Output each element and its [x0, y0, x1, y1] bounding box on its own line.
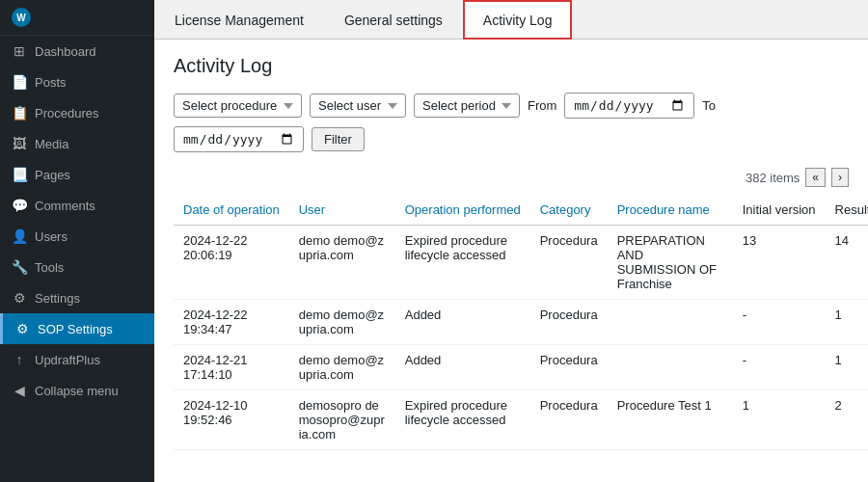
tab-activity-log[interactable]: Activity Log — [463, 0, 573, 40]
sidebar-item-label: Comments — [35, 199, 95, 213]
dashboard-icon: ⊞ — [12, 43, 27, 59]
header-operation[interactable]: Operation performed — [395, 195, 530, 226]
filter-bar: Select procedure Select user Select peri… — [174, 93, 849, 152]
sidebar-item-dashboard[interactable]: ⊞ Dashboard — [0, 36, 154, 67]
sidebar-item-updraftplus[interactable]: ↑ UpdraftPlus — [0, 344, 154, 375]
cell-initial-0: 13 — [733, 226, 826, 300]
sidebar-item-label: Users — [35, 229, 68, 244]
cell-resulting-1: 1 — [826, 300, 868, 345]
settings-icon: ⚙ — [12, 290, 27, 306]
tab-general-settings[interactable]: General settings — [324, 0, 463, 40]
sidebar-item-comments[interactable]: 💬 Comments — [0, 190, 154, 221]
to-label: To — [702, 98, 716, 113]
from-date-input[interactable] — [564, 93, 694, 119]
header-resulting-version: Resulting version — [826, 195, 868, 226]
procedures-icon: 📋 — [12, 105, 27, 120]
sidebar-item-label: SOP Settings — [38, 322, 113, 336]
sidebar-item-sop-settings[interactable]: ⚙ SOP Settings — [0, 313, 154, 344]
cell-operation-2: Added — [395, 345, 530, 390]
sidebar-item-label: Collapse menu — [35, 384, 119, 398]
cell-initial-2: - — [733, 345, 826, 390]
cell-initial-1: - — [733, 300, 826, 345]
header-initial-version: Initial version — [733, 195, 826, 226]
media-icon: 🖼 — [12, 136, 27, 151]
cell-procedure-0: PREPARATION AND SUBMISSION OF Franchise — [608, 226, 733, 300]
cell-date-3: 2024-12-10 19:52:46 — [174, 390, 289, 450]
cell-user-2: demo demo@zupria.com — [289, 345, 395, 390]
comments-icon: 💬 — [12, 198, 27, 213]
tools-icon: 🔧 — [12, 259, 27, 275]
sidebar-item-tools[interactable]: 🔧 Tools — [0, 252, 154, 282]
sidebar: W ⊞ Dashboard 📄 Posts 📋 Procedures 🖼 Med… — [0, 0, 154, 482]
procedure-select[interactable]: Select procedure — [174, 94, 302, 118]
to-date-input[interactable] — [174, 126, 304, 152]
cell-procedure-3: Procedure Test 1 — [608, 390, 733, 450]
cell-operation-1: Added — [395, 300, 530, 345]
table-header-row: Date of operation User Operation perform… — [174, 195, 868, 226]
cell-category-1: Procedura — [530, 300, 608, 345]
updraftplus-icon: ↑ — [12, 352, 27, 367]
posts-icon: 📄 — [12, 74, 27, 90]
sidebar-item-procedures[interactable]: 📋 Procedures — [0, 97, 154, 128]
page-title: Activity Log — [174, 55, 849, 77]
sidebar-item-users[interactable]: 👤 Users — [0, 221, 154, 252]
header-user[interactable]: User — [289, 195, 395, 226]
tab-bar: License Management General settings Acti… — [154, 0, 868, 40]
cell-date-2: 2024-12-21 17:14:10 — [174, 345, 289, 390]
cell-category-3: Procedura — [530, 390, 608, 450]
collapse-icon: ◀ — [12, 383, 27, 398]
sidebar-item-label: Procedures — [35, 106, 98, 120]
header-category[interactable]: Category — [530, 195, 608, 226]
cell-user-1: demo demo@zupria.com — [289, 300, 395, 345]
sidebar-item-label: UpdraftPlus — [35, 353, 100, 367]
header-procedure[interactable]: Procedure name — [608, 195, 733, 226]
table-row: 2024-12-21 17:14:10 demo demo@zupria.com… — [174, 345, 868, 390]
table-row: 2024-12-22 20:06:19 demo demo@zupria.com… — [174, 226, 868, 300]
table-body: 2024-12-22 20:06:19 demo demo@zupria.com… — [174, 226, 868, 450]
prev-page-button[interactable]: « — [805, 168, 826, 187]
from-label: From — [528, 98, 556, 113]
items-count-row: 382 items « › — [174, 168, 849, 187]
period-select[interactable]: Select period — [414, 94, 520, 118]
pages-icon: 📃 — [12, 167, 27, 182]
cell-procedure-2 — [608, 345, 733, 390]
cell-category-2: Procedura — [530, 345, 608, 390]
cell-date-1: 2024-12-22 19:34:47 — [174, 300, 289, 345]
cell-initial-3: 1 — [733, 390, 826, 450]
cell-category-0: Procedura — [530, 226, 608, 300]
cell-operation-3: Expired procedure lifecycle accessed — [395, 390, 530, 450]
sidebar-item-label: Tools — [35, 260, 64, 275]
table-row: 2024-12-22 19:34:47 demo demo@zupria.com… — [174, 300, 868, 345]
sidebar-header: W — [0, 0, 154, 36]
cell-user-3: demosopro demosopro@zupria.com — [289, 390, 395, 450]
main-content: License Management General settings Acti… — [154, 0, 868, 482]
cell-operation-0: Expired procedure lifecycle accessed — [395, 226, 530, 300]
table-row: 2024-12-10 19:52:46 demosopro demosopro@… — [174, 390, 868, 450]
next-page-button[interactable]: › — [831, 168, 849, 187]
cell-resulting-2: 1 — [826, 345, 868, 390]
cell-user-0: demo demo@zupria.com — [289, 226, 395, 300]
activity-log-table: Date of operation User Operation perform… — [174, 195, 868, 450]
sidebar-item-label: Posts — [35, 75, 67, 90]
sidebar-item-label: Dashboard — [35, 44, 96, 59]
items-count: 382 items — [746, 171, 800, 185]
cell-resulting-0: 14 — [826, 226, 868, 300]
sidebar-item-label: Pages — [35, 168, 70, 182]
sop-settings-icon: ⚙ — [14, 321, 30, 336]
sidebar-item-pages[interactable]: 📃 Pages — [0, 159, 154, 190]
header-date[interactable]: Date of operation — [174, 195, 289, 226]
sidebar-item-label: Settings — [35, 291, 80, 306]
wp-logo: W — [12, 8, 31, 27]
tab-license-management[interactable]: License Management — [154, 0, 324, 40]
content-area: Activity Log Select procedure Select use… — [154, 40, 868, 482]
user-select[interactable]: Select user — [310, 94, 406, 118]
cell-resulting-3: 2 — [826, 390, 868, 450]
users-icon: 👤 — [12, 228, 27, 244]
cell-procedure-1 — [608, 300, 733, 345]
sidebar-item-settings[interactable]: ⚙ Settings — [0, 282, 154, 313]
sidebar-item-label: Media — [35, 137, 68, 151]
sidebar-item-collapse[interactable]: ◀ Collapse menu — [0, 375, 154, 406]
sidebar-item-media[interactable]: 🖼 Media — [0, 128, 154, 159]
sidebar-item-posts[interactable]: 📄 Posts — [0, 67, 154, 97]
filter-button[interactable]: Filter — [312, 127, 365, 151]
